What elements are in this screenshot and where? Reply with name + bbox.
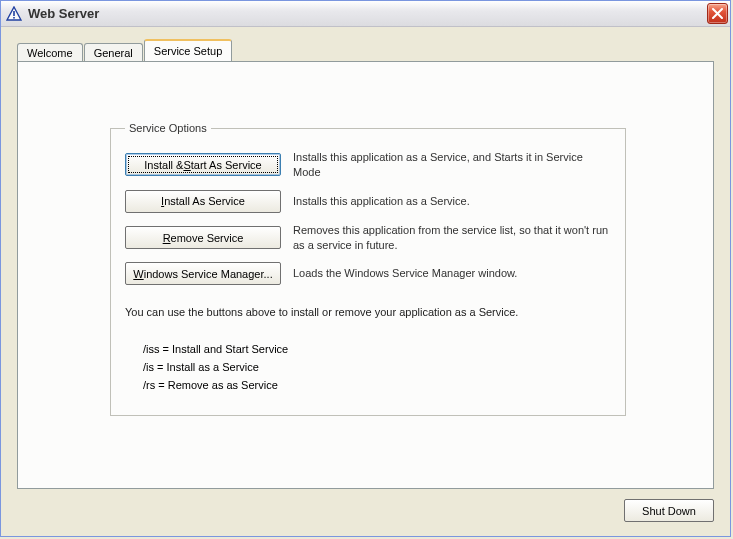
tab-strip: Welcome General Service Setup [17, 39, 714, 61]
cmd-is: /is = Install as a Service [143, 361, 611, 373]
cmd-rs: /rs = Remove as as Service [143, 379, 611, 391]
cmd-iss: /iss = Install and Start Service [143, 343, 611, 355]
window-title: Web Server [28, 6, 707, 21]
row-remove: Remove Service Removes this application … [125, 223, 611, 253]
remove-desc: Removes this application from the servic… [293, 223, 611, 253]
footer: Shut Down [17, 489, 714, 522]
windows-service-manager-button[interactable]: Windows Service Manager... [125, 262, 281, 285]
command-list: /iss = Install and Start Service /is = I… [143, 343, 611, 391]
install-start-service-button[interactable]: Install & Start As Service [125, 153, 281, 176]
install-desc: Installs this application as a Service. [293, 194, 611, 209]
svg-rect-1 [13, 11, 15, 16]
service-options-group: Service Options Install & Start As Servi… [110, 122, 626, 416]
shut-down-button[interactable]: Shut Down [624, 499, 714, 522]
app-icon [6, 6, 22, 22]
app-window: Web Server Welcome General Service Setup… [0, 0, 731, 537]
service-note: You can use the buttons above to install… [125, 305, 611, 320]
close-button[interactable] [707, 3, 728, 24]
tab-panel-service-setup: Service Options Install & Start As Servi… [17, 61, 714, 489]
remove-service-button[interactable]: Remove Service [125, 226, 281, 249]
client-area: Welcome General Service Setup Service Op… [1, 27, 730, 536]
tab-general[interactable]: General [84, 43, 143, 62]
row-install: Install As Service Installs this applica… [125, 190, 611, 213]
row-service-manager: Windows Service Manager... Loads the Win… [125, 262, 611, 285]
close-icon [712, 8, 723, 19]
row-install-start: Install & Start As Service Installs this… [125, 150, 611, 180]
service-manager-desc: Loads the Windows Service Manager window… [293, 266, 611, 281]
group-legend: Service Options [125, 122, 211, 134]
titlebar: Web Server [1, 1, 730, 27]
install-start-desc: Installs this application as a Service, … [293, 150, 611, 180]
install-service-button[interactable]: Install As Service [125, 190, 281, 213]
svg-rect-2 [13, 17, 15, 19]
tab-welcome[interactable]: Welcome [17, 43, 83, 62]
tab-service-setup[interactable]: Service Setup [144, 39, 232, 61]
